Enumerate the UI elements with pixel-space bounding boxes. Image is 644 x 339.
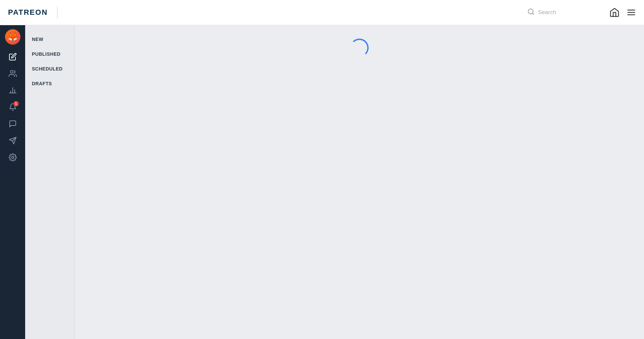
sidebar-icon-rail: 🦊 [0,25,25,339]
sidebar-item-settings[interactable] [5,150,20,165]
sidebar-item-create[interactable] [5,49,20,64]
avatar-emoji: 🦊 [8,32,18,42]
top-nav-left: PATREON [8,6,58,18]
logo-text: PATREON [8,8,48,17]
notifications-badge: 1 [13,101,19,106]
sidebar-item-members[interactable] [5,66,20,81]
svg-point-5 [10,70,13,73]
sidebar-item-analytics[interactable] [5,83,20,98]
sidebar-item-new[interactable]: NEW [25,32,74,47]
patreon-logo[interactable]: PATREON [8,8,48,17]
loading-spinner [350,39,369,57]
body-area: 🦊 [0,25,644,339]
sidebar-item-published[interactable]: PUBLISHED [25,47,74,61]
sidebar-item-notifications[interactable]: 1 [5,100,20,114]
search-label: Search [538,9,556,16]
search-area[interactable]: Search [527,8,601,17]
main-content [75,25,644,339]
sidebar-item-messages[interactable] [5,116,20,131]
sidebar-item-drafts[interactable]: DRAFTS [25,76,74,91]
secondary-sidebar: NEW PUBLISHED SCHEDULED DRAFTS [25,25,75,339]
top-nav: PATREON Search [0,0,644,25]
search-icon [527,8,535,17]
sidebar-item-promote[interactable] [5,133,20,148]
avatar[interactable]: 🦊 [5,29,20,45]
hamburger-menu-button[interactable] [627,8,636,17]
home-button[interactable] [609,7,620,18]
sidebar-item-scheduled[interactable]: SCHEDULED [25,61,74,76]
nav-icons [609,7,636,18]
top-nav-right: Search [527,7,636,18]
logo-divider [57,6,58,18]
svg-line-1 [532,13,534,14]
svg-point-12 [12,156,14,158]
